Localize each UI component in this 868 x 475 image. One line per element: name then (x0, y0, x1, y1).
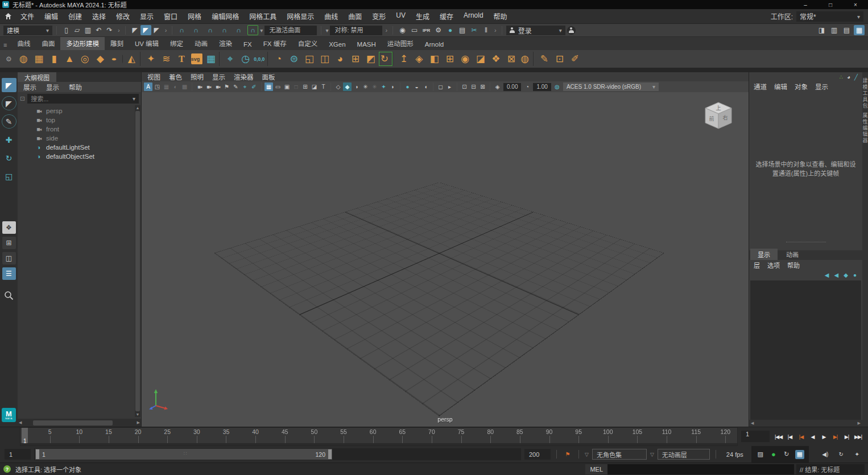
rotate-tool[interactable]: ↻ (2, 151, 16, 165)
shelf-tab[interactable]: FX 缓存 (258, 37, 292, 50)
shelf-tab[interactable]: Arnold (419, 39, 449, 50)
viewport-canvas[interactable]: persp 上 (142, 92, 749, 427)
lasso-select-tool[interactable]: ◤ (2, 96, 16, 110)
menu-item[interactable]: 网格 (183, 11, 206, 21)
lattice-icon[interactable]: ⊠ (504, 52, 518, 66)
playback-range[interactable]: 1 ∷ 120 (35, 449, 332, 460)
outliner-horizontal-scrollbar[interactable]: ◀ ▶ (18, 419, 141, 427)
range-slider-track[interactable]: 1 ∷ 120 (34, 448, 521, 460)
outliner-tab[interactable]: 大纲视图 (18, 72, 56, 82)
help-icon[interactable]: ? (3, 465, 11, 473)
poly-sphere-icon[interactable]: ◍ (16, 52, 31, 66)
layer-editor-menu-item[interactable]: 帮助 (787, 261, 800, 270)
bookmark-icon[interactable]: ⚑ (563, 449, 573, 460)
shadows-icon[interactable]: ◗ (388, 82, 397, 91)
occlusion-icon[interactable]: ● (403, 82, 412, 91)
render-current-frame-icon[interactable]: ▭ (409, 25, 420, 35)
outliner-menu-item[interactable]: 显示 (46, 82, 59, 92)
menu-item[interactable]: 曲线 (319, 11, 343, 21)
shaded-icon[interactable]: ◆ (343, 82, 352, 91)
layer-editor-menu-item[interactable]: 选项 (767, 261, 780, 270)
layer-from-selected-icon[interactable]: ● (853, 272, 857, 278)
move-layer-down-icon[interactable]: ◀ (834, 272, 839, 278)
panel-divider[interactable] (786, 242, 826, 242)
target-weld-icon[interactable]: ◉ (458, 52, 472, 66)
mirror-instance-icon[interactable]: ↻ (379, 52, 393, 66)
colorspace-dropdown[interactable]: ACES 1.0 SDR-video (sRGB) (563, 82, 659, 91)
outliner-menu-item[interactable]: 展示 (23, 82, 36, 92)
wireframe-icon[interactable]: ◇ (334, 82, 342, 91)
layer-list[interactable] (750, 280, 861, 420)
snap-to-grid-icon[interactable]: ∩ (176, 25, 187, 35)
shelf-tab[interactable]: UV 编辑 (129, 37, 164, 50)
resolution-gate-icon[interactable]: ◼◂ (204, 82, 213, 91)
outliner-search-input[interactable]: 搜索... (27, 94, 139, 104)
pie-icon[interactable]: ◕ (847, 74, 850, 80)
toggle-modeling-toolkit-icon[interactable]: ◨ (816, 25, 827, 35)
filter-icon[interactable]: ⊡ (20, 95, 25, 102)
move-layer-up-icon[interactable]: ◀ (825, 272, 829, 278)
play-forwards-button[interactable]: ▶ (819, 431, 829, 443)
anti-alias-icon[interactable]: ◖ (421, 82, 430, 91)
undo-icon[interactable]: ↶ (93, 25, 104, 35)
object-details-icon[interactable]: □ (292, 82, 300, 91)
mirror-icon[interactable]: ◩ (363, 52, 378, 66)
poly-cone-icon[interactable]: ▲ (63, 52, 77, 66)
current-frame-marker[interactable]: 1 (22, 428, 28, 445)
shelf-tab[interactable]: MASH (352, 39, 382, 50)
step-back-frame-button[interactable]: |◀ (784, 431, 795, 443)
use-all-lights-icon[interactable]: ✳ (361, 82, 370, 91)
group-collapse-icon[interactable] (118, 27, 120, 34)
texture-toggle-icon[interactable]: T (319, 82, 328, 91)
menu-set-dropdown[interactable]: 建模 (3, 26, 52, 35)
menu-item[interactable]: 缓存 (435, 11, 458, 21)
reset-transform-icon[interactable]: ◷ (238, 52, 253, 66)
subdivide-icon[interactable]: ⊞ (348, 52, 362, 66)
menu-item[interactable]: 修改 (111, 11, 135, 21)
channel-box-menu-item[interactable]: 通道 (754, 82, 767, 91)
shelf-tab[interactable]: 雕刻 (105, 37, 129, 50)
shelf-tab[interactable]: XGen (323, 39, 351, 50)
poly-text-icon[interactable]: T (175, 52, 189, 66)
snap-to-view-plane-icon[interactable]: ∩ (233, 25, 244, 35)
current-time-field[interactable]: 1 (741, 431, 770, 442)
render-settings-icon[interactable]: ⚙ (433, 25, 444, 35)
four-pane-layout-button[interactable]: ⊞ (2, 237, 16, 249)
edit-boundary-icon[interactable]: ⊡ (552, 52, 567, 66)
exposure-field[interactable]: 0.00 (503, 83, 521, 91)
login-dropdown[interactable]: 登录 (506, 26, 565, 35)
shelf-tab[interactable]: FX (238, 39, 258, 50)
animation-end-field[interactable]: 200 (524, 449, 551, 460)
combine-icon[interactable]: ◱ (302, 52, 316, 66)
menu-item[interactable]: 创建 (63, 11, 87, 21)
viewport-menu-item[interactable]: 显示 (212, 72, 225, 81)
hud-toggle-icon[interactable]: ▣ (283, 82, 291, 91)
camera-attributes-icon[interactable]: ▦ (162, 82, 171, 91)
new-scene-icon[interactable]: ▯ (61, 25, 72, 35)
field-chart-icon[interactable]: ⚑ (222, 82, 231, 91)
auto-key-icon[interactable]: ✦ (852, 449, 862, 460)
select-hierarchy-icon[interactable]: ◤ (130, 25, 140, 35)
empty-layer-icon[interactable]: ◆ (844, 272, 848, 278)
sidebar-vertical-tab[interactable]: 建模工具包 (862, 78, 868, 109)
playblast-image-icon[interactable]: ▨ (756, 450, 765, 459)
save-scene-icon[interactable]: ▥ (82, 25, 93, 35)
close-button[interactable]: × (843, 0, 868, 9)
channel-box-menu-item[interactable]: 对象 (795, 82, 808, 91)
xray-joints-icon[interactable]: ⊟ (469, 82, 478, 91)
viewport-menu-item[interactable]: 视图 (147, 72, 160, 81)
maximize-button[interactable]: □ (818, 0, 843, 9)
open-render-view-icon[interactable]: ◉ (397, 25, 408, 35)
overlay-green-icon[interactable]: ● (769, 450, 778, 459)
anim-layer-dropdown[interactable]: 无动画层 (658, 449, 710, 460)
marking-menu-icon[interactable]: ╱ (854, 74, 858, 80)
center-pivot-icon[interactable]: ⌖ (223, 52, 237, 66)
outliner-vertical-scrollbar[interactable]: ▲ ▼ (135, 105, 140, 417)
poly-disc-icon[interactable]: ● (109, 55, 123, 63)
star-icon[interactable]: ✦ (144, 52, 158, 66)
channel-box-menu-item[interactable]: 编辑 (774, 82, 787, 91)
menu-item[interactable]: 编辑网格 (206, 11, 244, 21)
menu-item[interactable]: 网格显示 (282, 11, 319, 21)
shaded-textured-icon[interactable]: ◑ (352, 82, 361, 91)
shelf-tab[interactable]: 曲线 (11, 37, 36, 50)
